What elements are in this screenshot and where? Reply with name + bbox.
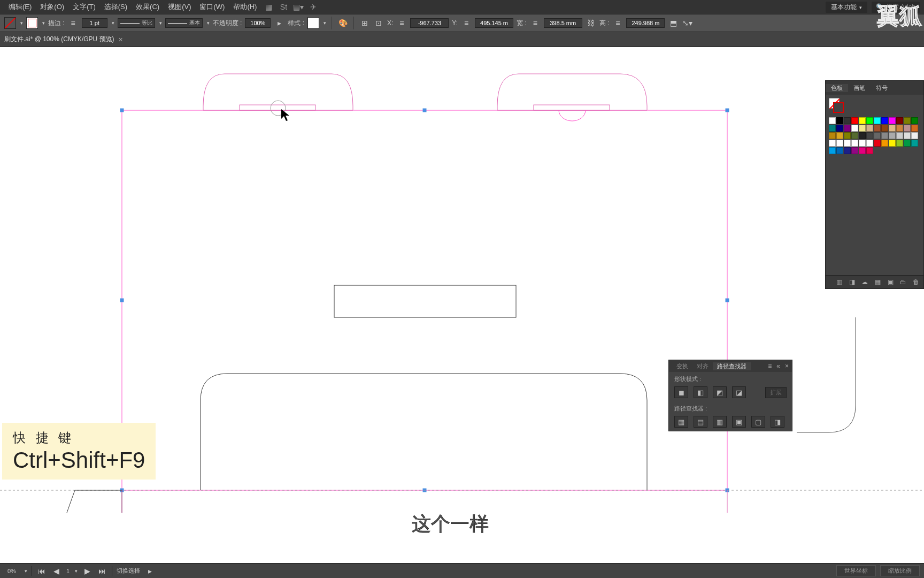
swatch[interactable] [896, 125, 903, 132]
swatch-options-icon[interactable]: ☁ [860, 278, 869, 286]
canvas[interactable] [0, 47, 924, 563]
swatch[interactable] [881, 140, 888, 147]
tab-pathfinder[interactable]: 路径查找器 [713, 362, 751, 370]
status-arrow-icon[interactable]: ▸ [144, 566, 155, 576]
w-input[interactable] [544, 18, 582, 28]
swatch[interactable] [889, 140, 896, 147]
y-input[interactable] [475, 18, 513, 28]
swatch[interactable] [866, 147, 873, 154]
stroke-swatch[interactable] [26, 17, 38, 29]
outline-button[interactable]: ▢ [751, 416, 765, 428]
artboard-nav-first-icon[interactable]: ⏮ [36, 566, 47, 576]
swatch[interactable] [851, 125, 858, 132]
swatch[interactable] [859, 125, 866, 132]
trim-button[interactable]: ▤ [694, 416, 707, 428]
swatch[interactable] [859, 132, 866, 139]
document-tab[interactable]: 刷文件.ai* @ 100% (CMYK/GPU 预览) × [0, 32, 127, 47]
swatch[interactable] [874, 117, 881, 124]
tab-close-icon[interactable]: × [119, 35, 123, 44]
library-icon[interactable]: ▥ [835, 278, 843, 286]
new-group-icon[interactable]: ▦ [873, 278, 882, 286]
swatch[interactable] [836, 125, 843, 132]
tab-symbols[interactable]: 符号 [871, 84, 893, 92]
swatch[interactable] [911, 140, 918, 147]
swatch[interactable] [859, 140, 866, 147]
fill-swatch[interactable] [4, 17, 16, 29]
stepper-icon[interactable]: ≡ [68, 18, 79, 28]
swatch[interactable] [874, 140, 881, 147]
minus-front-button[interactable]: ◧ [694, 386, 707, 398]
swatch[interactable] [889, 132, 896, 139]
pathfinder-panel[interactable]: 变换 对齐 路径查找器 ≡ « × 形状模式 : ◼ ◧ ◩ ◪ 扩展 路径查找… [668, 360, 792, 431]
selection-mode[interactable]: 切换选择 [117, 567, 140, 575]
menu-text[interactable]: 文字(T) [68, 2, 100, 12]
y-stepper-icon[interactable]: ≡ [461, 18, 472, 28]
panel-close-icon[interactable]: × [785, 362, 789, 370]
exclude-button[interactable]: ◪ [732, 386, 746, 398]
tab-transform[interactable]: 变换 [672, 362, 692, 370]
menu-select[interactable]: 选择(S) [100, 2, 132, 12]
swatch[interactable] [851, 117, 858, 124]
menu-object[interactable]: 对象(O) [36, 2, 68, 12]
swatch[interactable] [844, 125, 851, 132]
swatch[interactable] [859, 117, 866, 124]
arrange-icon[interactable]: ▤▾ [293, 2, 304, 12]
x-input[interactable] [410, 18, 449, 28]
swatch[interactable] [829, 132, 836, 139]
variable-width-profile[interactable]: 等比 [118, 18, 155, 28]
swatch[interactable] [829, 140, 836, 147]
swatch[interactable] [836, 117, 843, 124]
swatch[interactable] [904, 140, 911, 147]
swatch[interactable] [829, 125, 836, 132]
swatch[interactable] [911, 132, 918, 139]
swatch[interactable] [844, 147, 851, 154]
swatch[interactable] [851, 140, 858, 147]
show-kind-icon[interactable]: ◨ [848, 278, 856, 286]
swatch[interactable] [896, 140, 903, 147]
h-input[interactable] [626, 18, 665, 28]
link-wh-icon[interactable]: ⛓ [586, 18, 596, 28]
tab-brushes[interactable]: 画笔 [848, 84, 871, 92]
unite-button[interactable]: ◼ [674, 386, 688, 398]
tab-align[interactable]: 对齐 [692, 362, 713, 370]
shape-options-icon[interactable]: ⬒ [668, 18, 679, 28]
swatch[interactable] [836, 132, 843, 139]
swatch[interactable] [896, 117, 903, 124]
zoom-level[interactable]: 0% [4, 568, 19, 574]
panel-menu-icon[interactable]: ≡ [768, 362, 772, 370]
trash-icon[interactable]: 🗑 [912, 278, 920, 286]
swatch[interactable] [836, 140, 843, 147]
swatch[interactable] [851, 147, 858, 154]
panel-collapse-icon[interactable]: « [776, 362, 780, 370]
minus-back-button[interactable]: ◨ [771, 416, 784, 428]
align-icon[interactable]: ⊞ [359, 18, 370, 28]
opacity-arrow-icon[interactable]: ▸ [274, 18, 284, 28]
transform-options-icon[interactable]: ⤡▾ [682, 18, 692, 28]
graphic-style[interactable] [307, 17, 319, 29]
swatch[interactable] [844, 132, 851, 139]
swatch[interactable] [896, 132, 903, 139]
swatch[interactable] [904, 125, 911, 132]
artboard-nav-last-icon[interactable]: ⏭ [97, 566, 107, 576]
swatch[interactable] [836, 147, 843, 154]
swatch[interactable] [911, 117, 918, 124]
swatch[interactable] [829, 147, 836, 154]
artboard-nav-prev-icon[interactable]: ◀ [51, 566, 62, 576]
intersect-button[interactable]: ◩ [713, 386, 727, 398]
swatch[interactable] [866, 125, 873, 132]
menu-view[interactable]: 视图(V) [164, 2, 195, 12]
swatch[interactable] [904, 117, 911, 124]
swatch[interactable] [881, 117, 888, 124]
merge-button[interactable]: ▥ [713, 416, 727, 428]
swatch[interactable] [866, 117, 873, 124]
folder-icon[interactable]: 🗀 [899, 278, 907, 286]
divide-button[interactable]: ▦ [674, 416, 688, 428]
swatches-panel[interactable]: 色板 画笔 符号 ▥ ◨ ☁ ▦ ▣ 🗀 🗑 [825, 80, 924, 289]
menu-edit[interactable]: 编辑(E) [4, 2, 36, 12]
transform-icon[interactable]: ⊡ [373, 18, 384, 28]
new-swatch-icon[interactable]: ▣ [886, 278, 895, 286]
swatch[interactable] [881, 132, 888, 139]
swatch[interactable] [859, 147, 866, 154]
menu-window[interactable]: 窗口(W) [195, 2, 229, 12]
swatch[interactable] [904, 132, 911, 139]
